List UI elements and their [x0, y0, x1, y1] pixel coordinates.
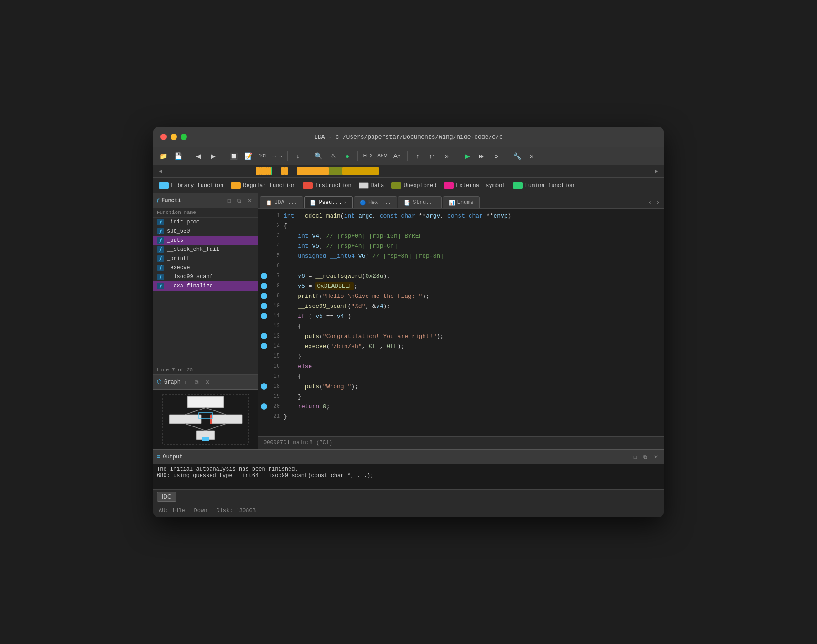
code-text-11: if ( v5 == v4 ) [284, 313, 351, 320]
tab-hex[interactable]: 🔵 Hex ... [354, 196, 397, 208]
hex-button[interactable]: HEX [362, 150, 374, 162]
tab-stru[interactable]: 📑 Stru... [398, 196, 441, 208]
run-button[interactable]: ▶ [461, 150, 474, 162]
output-minimize-button[interactable]: □ [632, 453, 639, 461]
close-button[interactable] [160, 134, 167, 140]
plugins-button[interactable]: 🔧 [511, 150, 523, 162]
tab-ida[interactable]: 📋 IDA ... [260, 196, 303, 208]
warning-button[interactable]: ⚠ [326, 150, 339, 162]
graph-panel-title: Graph [164, 379, 181, 385]
nav-forward-button[interactable]: ▶ [207, 150, 219, 162]
line-num-8: 8 [270, 283, 284, 289]
func-item-printf[interactable]: 𝑓 _printf [153, 254, 258, 263]
code-text-14: execve("/bin/sh", 0LL, 0LL); [284, 343, 404, 350]
func-item-cxa-finalize[interactable]: 𝑓 __cxa_finalize [153, 281, 258, 291]
legend-bar: Library function Regular function Instru… [153, 178, 664, 193]
minimize-button[interactable] [171, 134, 177, 140]
tabs-next-button[interactable]: › [654, 197, 662, 207]
func-item-puts[interactable]: 𝑓 _puts [153, 236, 258, 245]
functions-button[interactable]: 101 [256, 150, 269, 162]
nav-right-icon[interactable]: ▶ [653, 168, 660, 175]
func-item-stack-chk[interactable]: 𝑓 __stack_chk_fail [153, 245, 258, 254]
func-item-sub-630[interactable]: 𝑓 sub_630 [153, 227, 258, 236]
stepover-button[interactable]: ⏭ [476, 150, 488, 162]
functions-panel-restore[interactable]: ⧉ [235, 197, 243, 205]
color-navigation-bar[interactable] [165, 167, 652, 176]
func-icon-init-proc: 𝑓 [157, 219, 164, 225]
graph-panel-restore[interactable]: ⧉ [193, 378, 201, 386]
asm-button[interactable]: ASM [376, 150, 389, 162]
line-num-20: 20 [270, 403, 284, 410]
legend-library-color [159, 182, 169, 189]
functions-panel-header: 𝑓 Functi □ ⧉ ✕ [153, 193, 258, 208]
function-list[interactable]: 𝑓 _init_proc 𝑓 sub_630 𝑓 _puts 𝑓 __stack… [153, 218, 258, 365]
up-button[interactable]: ↑ [411, 150, 424, 162]
code-text-3: int v4; // [rsp+0h] [rbp-10h] BYREF [284, 233, 422, 239]
right-panel: 📋 IDA ... 📄 Pseu... ✕ 🔵 Hex ... 📑 Stru..… [258, 193, 664, 449]
jump-button[interactable]: ↓ [291, 150, 304, 162]
output-close-button[interactable]: ✕ [652, 453, 660, 461]
code-line-20: 20 return 0; [258, 401, 664, 411]
line-num-4: 4 [270, 243, 284, 249]
line-num-16: 16 [270, 363, 284, 369]
dot-button[interactable]: ● [341, 150, 354, 162]
upup-button[interactable]: ↑↑ [426, 150, 439, 162]
open-button[interactable]: 📁 [157, 150, 170, 162]
left-panel: 𝑓 Functi □ ⧉ ✕ Function name 𝑓 _init_pro… [153, 193, 258, 449]
more2-button[interactable]: » [490, 150, 503, 162]
nav-back-button[interactable]: ◀ [192, 150, 205, 162]
output-restore-button[interactable]: ⧉ [641, 453, 649, 461]
status-down: Down [194, 508, 207, 514]
tab-ida-label: IDA ... [274, 199, 297, 206]
more1-button[interactable]: » [440, 150, 453, 162]
graph-panel-icon: ⬡ [157, 379, 161, 385]
xrefs-button[interactable]: →→ [271, 150, 284, 162]
code-line-19: 19 } [258, 391, 664, 401]
svg-rect-12 [202, 437, 209, 441]
graph-panel-close[interactable]: ✕ [203, 378, 212, 386]
graph-view[interactable] [153, 390, 258, 449]
code-text-4: int v5; // [rsp+4h] [rbp-Ch] [284, 243, 398, 249]
line-num-18: 18 [270, 383, 284, 390]
code-area[interactable]: 1 int __cdecl main(int argc, const char … [258, 209, 664, 436]
func-item-execve[interactable]: 𝑓 _execve [153, 263, 258, 272]
more3-button[interactable]: » [525, 150, 538, 162]
tab-pseu[interactable]: 📄 Pseu... ✕ [304, 196, 352, 208]
functions-panel-minimize[interactable]: □ [226, 197, 233, 205]
tab-ida-icon: 📋 [266, 200, 272, 206]
line-num-10: 10 [270, 303, 284, 309]
toolbar-sep-7 [457, 151, 457, 161]
nav-left-icon[interactable]: ◀ [157, 168, 164, 175]
code-line-12: 12 { [258, 321, 664, 331]
nav-seg-yellow1 [342, 167, 379, 175]
tab-hex-label: Hex ... [368, 199, 391, 206]
graph-svg [160, 392, 251, 447]
legend-library-label: Library function [171, 182, 223, 189]
search-button[interactable]: 🔍 [312, 150, 325, 162]
save-button[interactable]: 💾 [171, 150, 184, 162]
func-name-init-proc: _init_proc [167, 219, 254, 225]
maximize-button[interactable] [181, 134, 187, 140]
names-button[interactable]: 📝 [242, 150, 254, 162]
segments-button[interactable]: 🔲 [227, 150, 240, 162]
code-text-19: } [284, 393, 301, 400]
line-num-13: 13 [270, 333, 284, 339]
func-item-scanf[interactable]: 𝑓 __isoc99_scanf [153, 272, 258, 281]
functions-panel-close[interactable]: ✕ [246, 197, 254, 205]
idc-button[interactable]: IDC [157, 492, 176, 502]
output-content[interactable]: The initial autoanalysis has been finish… [153, 464, 664, 489]
func-item-init-proc[interactable]: 𝑓 _init_proc [153, 218, 258, 227]
tab-enums[interactable]: 📊 Enums [443, 196, 480, 208]
graph-panel-minimize[interactable]: □ [183, 378, 190, 386]
code-line-6: 6 [258, 261, 664, 271]
legend-unexplored-label: Unexplored [403, 182, 436, 189]
tab-pseu-close[interactable]: ✕ [344, 200, 347, 205]
output-input-area: IDC [153, 489, 664, 504]
svg-rect-5 [210, 415, 212, 424]
type-button[interactable]: A↑ [391, 150, 403, 162]
output-panel: ≡ Output □ ⧉ ✕ The initial autoanalysis … [153, 449, 664, 504]
toolbar-sep-8 [507, 151, 507, 161]
graph-panel: ⬡ Graph □ ⧉ ✕ [153, 374, 258, 449]
line-num-12: 12 [270, 323, 284, 329]
tabs-prev-button[interactable]: ‹ [646, 197, 654, 207]
